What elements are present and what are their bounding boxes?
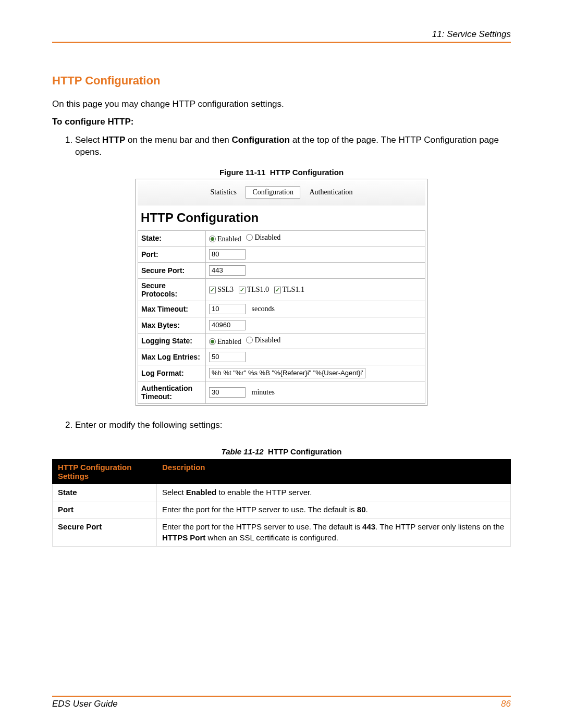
desc-port-pre: Enter the port for the HTTP server to us… <box>162 505 357 514</box>
desc-head-settings: HTTP Configuration Settings <box>53 459 157 484</box>
label-max-log-entries: Max Log Entries: <box>138 349 206 365</box>
label-secure-port: Secure Port: <box>138 262 206 278</box>
desc-secport-pre: Enter the port for the HTTPS server to u… <box>162 522 362 531</box>
step1-b2: Configuration <box>232 135 290 145</box>
desc-setting-state: State <box>53 484 157 501</box>
screenshot-panel: Statistics Configuration Authentication … <box>136 179 427 406</box>
table-row: Secure Port Enter the port for the HTTPS… <box>53 519 511 547</box>
tab-configuration[interactable]: Configuration <box>246 186 300 199</box>
input-max-log-entries[interactable] <box>209 352 246 362</box>
radio-state-enabled[interactable]: Enabled <box>209 235 241 243</box>
radio-logging-enabled[interactable]: Enabled <box>209 338 241 346</box>
field-state: Enabled Disabled <box>206 230 425 246</box>
desc-secport-mid: . The HTTP server only listens on the <box>375 522 504 531</box>
figure-number: Figure 11-11 <box>219 168 265 177</box>
configure-subhead: To configure HTTP: <box>52 117 511 127</box>
step1-mid: on the menu bar and then <box>125 135 231 145</box>
page-footer: EDS User Guide 86 <box>52 693 511 709</box>
unit-seconds: seconds <box>252 305 275 313</box>
field-secure-protocols: ✓SSL3 ✓TLS1.0 ✓TLS1.1 <box>206 278 425 301</box>
checkbox-tls10-label: TLS1.0 <box>247 286 269 294</box>
figure-title: HTTP Configuration <box>270 168 344 177</box>
desc-port-b1: 80 <box>357 505 366 514</box>
label-state: State: <box>138 230 206 246</box>
label-logging-state: Logging State: <box>138 333 206 349</box>
desc-setting-port: Port <box>53 501 157 519</box>
table-number: Table 11-12 <box>222 447 264 456</box>
intro-text: On this page you may change HTTP configu… <box>52 99 511 109</box>
radio-logging-enabled-label: Enabled <box>217 338 241 346</box>
checkbox-tls11[interactable]: ✓TLS1.1 <box>274 286 304 294</box>
checkbox-tls11-label: TLS1.1 <box>283 286 304 294</box>
input-auth-timeout[interactable] <box>209 387 246 398</box>
desc-secport-post: when an SSL certificate is configured. <box>205 533 338 542</box>
header-rule <box>52 42 511 43</box>
desc-text-state: Select Enabled to enable the HTTP server… <box>157 484 511 501</box>
table-caption: Table 11-12 HTTP Configuration <box>52 447 511 456</box>
desc-text-secure-port: Enter the port for the HTTPS server to u… <box>157 519 511 547</box>
desc-port-post: . <box>365 505 368 514</box>
figure-caption: Figure 11-11 HTTP Configuration <box>52 168 511 177</box>
radio-logging-disabled[interactable]: Disabled <box>246 336 280 344</box>
page-title: HTTP Configuration <box>52 74 511 88</box>
desc-state-b1: Enabled <box>186 488 216 497</box>
desc-secport-b1: 443 <box>362 522 375 531</box>
input-log-format[interactable] <box>209 368 365 378</box>
label-secure-protocols: Secure Protocols: <box>138 278 206 301</box>
radio-logging-disabled-label: Disabled <box>254 336 280 344</box>
radio-state-disabled-label: Disabled <box>254 233 280 242</box>
desc-text-port: Enter the port for the HTTP server to us… <box>157 501 511 519</box>
desc-setting-secure-port: Secure Port <box>53 519 157 547</box>
field-logging-state: Enabled Disabled <box>206 333 425 349</box>
description-table: HTTP Configuration Settings Description … <box>52 459 511 547</box>
radio-state-enabled-label: Enabled <box>217 235 241 243</box>
table-row: State Select Enabled to enable the HTTP … <box>53 484 511 501</box>
checkbox-ssl3[interactable]: ✓SSL3 <box>209 286 234 294</box>
input-max-bytes[interactable] <box>209 320 246 330</box>
footer-guide-name: EDS User Guide <box>52 699 118 709</box>
label-auth-timeout: Authentication Timeout: <box>138 381 206 403</box>
checkbox-tls10[interactable]: ✓TLS1.0 <box>239 286 269 294</box>
radio-state-disabled[interactable]: Disabled <box>246 233 280 242</box>
input-secure-port[interactable] <box>209 265 246 276</box>
unit-minutes: minutes <box>252 388 275 396</box>
step-1: Select HTTP on the menu bar and then Con… <box>75 134 511 158</box>
step1-pre: Select <box>75 135 102 145</box>
step-2: Enter or modify the following settings: <box>75 419 511 431</box>
input-port[interactable] <box>209 249 246 260</box>
label-max-bytes: Max Bytes: <box>138 317 206 333</box>
desc-state-pre: Select <box>162 488 186 497</box>
step1-b1: HTTP <box>102 135 125 145</box>
checkbox-ssl3-label: SSL3 <box>217 286 234 294</box>
tab-authentication[interactable]: Authentication <box>302 186 359 199</box>
label-log-format: Log Format: <box>138 365 206 381</box>
footer-page-number: 86 <box>501 699 511 709</box>
label-max-timeout: Max Timeout: <box>138 301 206 317</box>
label-port: Port: <box>138 246 206 262</box>
desc-head-description: Description <box>157 459 511 484</box>
panel-title: HTTP Configuration <box>138 205 425 230</box>
tab-statistics[interactable]: Statistics <box>203 186 243 199</box>
tabs-row: Statistics Configuration Authentication <box>138 181 425 205</box>
input-max-timeout[interactable] <box>209 304 246 314</box>
desc-secport-b2: HTTPS Port <box>162 533 205 542</box>
table-row: Port Enter the port for the HTTP server … <box>53 501 511 519</box>
config-form-table: State: Enabled Disabled Port: Secure Por… <box>138 230 425 404</box>
table-title: HTTP Configuration <box>268 447 341 456</box>
header-section-label: 11: Service Settings <box>52 29 511 42</box>
desc-state-post: to enable the HTTP server. <box>216 488 312 497</box>
